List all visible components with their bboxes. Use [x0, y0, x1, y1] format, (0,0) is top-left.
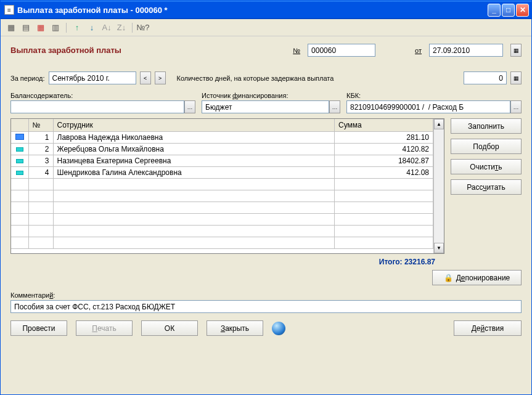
main-area: № Сотрудник Сумма 1 Лаврова Надежда Нико…	[10, 118, 522, 254]
row-status-icon	[16, 147, 23, 152]
window-title: Выплата заработной платы - 000060 *	[17, 6, 488, 15]
toolbar-sep	[66, 23, 67, 33]
table-row[interactable]	[11, 226, 433, 237]
comment-block: Комментарий:	[10, 291, 522, 313]
select-button[interactable]: Подбор	[451, 139, 522, 154]
toolbar: ▦ ▤ ▦ ▥ ↑ ↓ A↓ Z↓ №?	[1, 19, 531, 36]
post-button[interactable]: Провести	[10, 320, 67, 336]
table-row[interactable]	[11, 202, 433, 214]
header-row: Выплата заработной платы № от ▦	[10, 44, 522, 57]
scroll-down-icon[interactable]: ▼	[434, 243, 444, 253]
close-form-button[interactable]: Закрыть	[207, 320, 263, 336]
doc-icon: ≡	[4, 5, 14, 15]
fill-button[interactable]: Заполнить	[451, 118, 522, 134]
lock-icon: 🔒	[444, 274, 453, 282]
table-row[interactable]: 2 Жеребцова Ольга Михайловна 4120.82	[11, 144, 433, 155]
row-status-icon	[16, 171, 23, 175]
col-num[interactable]: №	[28, 119, 53, 132]
kbk-group: КБК: …	[346, 92, 522, 113]
fields-row: Балансодержатель: … Источник финансирова…	[10, 92, 522, 113]
row-status-icon	[16, 159, 23, 163]
days-label: Количество дней, на которые задержана вы…	[177, 75, 334, 82]
side-buttons: Заполнить Подбор Очистить Рассчитать	[451, 118, 522, 254]
period-input[interactable]	[49, 71, 136, 84]
kbk-label: КБК:	[346, 92, 522, 99]
table-row[interactable]	[11, 237, 433, 249]
close-button[interactable]: ✕	[516, 4, 529, 17]
table-row[interactable]	[11, 214, 433, 226]
arrow-down-icon[interactable]: ↓	[86, 22, 97, 33]
total-label: Итого:	[379, 258, 403, 266]
deposit-row: 🔒 Депонирование	[10, 270, 522, 285]
comment-input[interactable]	[10, 300, 522, 313]
scroll-up-icon[interactable]: ▲	[434, 119, 444, 129]
actions-button[interactable]: Действия	[454, 320, 522, 336]
table-row[interactable]: 1 Лаврова Надежда Николаевна 281.10	[11, 132, 433, 144]
table-row[interactable]: 4 Шендрикова Галина Александровна 412.08	[11, 167, 433, 179]
number-label: №	[293, 47, 300, 54]
period-next-button[interactable]: >	[155, 71, 166, 84]
balance-lookup-button[interactable]: …	[184, 100, 195, 113]
titlebar: ≡ Выплата заработной платы - 000060 * _ …	[1, 1, 531, 19]
minimize-button[interactable]: _	[488, 4, 501, 17]
ok-button[interactable]: ОК	[141, 320, 198, 336]
kbk-lookup-button[interactable]: …	[510, 100, 522, 113]
calculate-button[interactable]: Рассчитать	[451, 179, 522, 195]
total-value: 23216.87	[404, 258, 435, 266]
period-row: За период: < > Количество дней, на котор…	[10, 71, 522, 84]
days-pick-icon[interactable]: ▦	[510, 71, 522, 84]
number-input[interactable]	[308, 44, 375, 57]
table-header-row: № Сотрудник Сумма	[11, 119, 433, 132]
col-amount[interactable]: Сумма	[335, 119, 433, 132]
grid3-icon[interactable]: ▥	[50, 22, 61, 33]
balance-input[interactable]	[10, 100, 184, 113]
employee-table: № Сотрудник Сумма 1 Лаврова Надежда Нико…	[10, 118, 444, 254]
kbk-input[interactable]	[346, 100, 510, 113]
clear-button[interactable]: Очистить	[451, 159, 522, 174]
toolbar-sep2	[132, 23, 133, 33]
table-row[interactable]	[11, 190, 433, 202]
days-input[interactable]	[464, 71, 507, 84]
date-input[interactable]	[429, 44, 503, 57]
col-icon[interactable]	[11, 119, 28, 132]
comment-label: Комментарий:	[10, 291, 55, 299]
calendar-icon[interactable]: ▦	[510, 44, 522, 57]
deposit-button[interactable]: 🔒 Депонирование	[432, 270, 522, 285]
col-employee[interactable]: Сотрудник	[53, 119, 335, 132]
total-row: Итого: 23216.87	[10, 254, 522, 270]
source-label: Источник финансирования:	[202, 92, 340, 99]
grid1-icon[interactable]: ▦	[6, 22, 17, 33]
sort-asc-icon[interactable]: A↓	[101, 22, 112, 33]
table-row[interactable]	[11, 179, 433, 190]
table-scrollbar[interactable]: ▲ ▼	[433, 119, 444, 253]
doc-heading: Выплата заработной платы	[10, 46, 285, 55]
period-label: За период:	[10, 75, 45, 82]
globe-icon[interactable]	[272, 322, 285, 335]
from-label: от	[415, 47, 422, 54]
form-content: Выплата заработной платы № от ▦ За перио…	[1, 36, 531, 342]
help-icon[interactable]: №?	[137, 22, 149, 33]
source-input[interactable]	[202, 100, 329, 113]
print-button[interactable]: Печать	[76, 320, 133, 336]
balance-group: Балансодержатель: …	[10, 92, 195, 113]
app-window: ≡ Выплата заработной платы - 000060 * _ …	[0, 0, 532, 395]
sort-desc-icon[interactable]: Z↓	[116, 22, 127, 33]
arrow-up-icon[interactable]: ↑	[72, 22, 83, 33]
table-row[interactable]: 3 Назинцева Екатерина Сергеевна 18402.87	[11, 155, 433, 167]
source-lookup-button[interactable]: …	[329, 100, 340, 113]
grid-del-icon[interactable]: ▦	[35, 22, 46, 33]
source-group: Источник финансирования: …	[202, 92, 340, 113]
footer-buttons: Провести Печать ОК Закрыть Действия	[10, 320, 522, 336]
scroll-track[interactable]	[434, 129, 444, 243]
period-prev-button[interactable]: <	[140, 71, 151, 84]
row-status-icon	[15, 134, 24, 140]
balance-label: Балансодержатель:	[10, 92, 195, 99]
maximize-button[interactable]: □	[502, 4, 515, 17]
grid2-icon[interactable]: ▤	[20, 22, 31, 33]
